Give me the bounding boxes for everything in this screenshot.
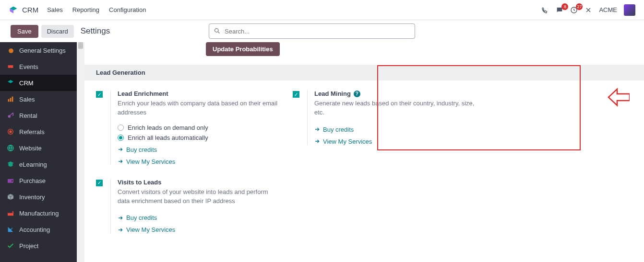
radio-on-demand[interactable]: Enrich leads on demand only: [118, 124, 281, 131]
app-logo-icon: [9, 5, 18, 15]
lead-enrichment-title: Lead Enrichment: [118, 90, 281, 97]
sidebar-item-label: Rental: [19, 112, 37, 119]
link-text: View My Services: [126, 226, 175, 233]
sidebar-item-accounting[interactable]: Accounting: [0, 221, 77, 238]
lead-mining-title: Lead Mining: [314, 90, 351, 97]
svg-point-1: [215, 29, 219, 33]
visits-desc: Convert visitors of your website into le…: [118, 188, 281, 206]
sidebar-item-label: Inventory: [19, 194, 45, 201]
link-view-services[interactable]: View My Services: [314, 138, 478, 145]
sidebar-item-rental[interactable]: Rental: [0, 107, 77, 124]
sidebar-item-manufacturing[interactable]: Manufacturing: [0, 205, 77, 221]
graduation-icon: [7, 160, 14, 168]
gear-icon: [7, 46, 14, 54]
lead-mining-desc: Generate new leads based on their countr…: [314, 99, 478, 117]
radio-icon: [118, 135, 124, 141]
avatar[interactable]: [624, 4, 635, 16]
sidebar-item-referrals[interactable]: Referrals: [0, 124, 77, 140]
annotation-arrow-left-icon: [608, 88, 630, 107]
sidebar-item-elearning[interactable]: eLearning: [0, 156, 77, 172]
link-buy-credits[interactable]: Buy credits: [314, 126, 478, 133]
radio-label: Enrich leads on demand only: [128, 124, 208, 131]
visits-title: Visits to Leads: [118, 179, 281, 186]
sidebar-scrollbar[interactable]: [77, 42, 84, 262]
search-wrap: [209, 23, 415, 39]
search-icon: [214, 27, 221, 34]
link-view-services[interactable]: View My Services: [118, 158, 281, 165]
company-name[interactable]: ACME: [599, 6, 617, 13]
sidebar-item-label: Website: [19, 145, 42, 152]
save-button[interactable]: Save: [11, 25, 38, 38]
sidebar-item-general-settings[interactable]: General Settings: [0, 42, 77, 58]
settings-row-1: ✓ Lead Enrichment Enrich your leads with…: [84, 80, 644, 179]
sub-header: Save Discard Settings: [0, 20, 644, 42]
lead-enrichment-desc: Enrich your leads with company data base…: [118, 99, 281, 117]
checkbox-lead-mining[interactable]: ✓: [293, 91, 299, 98]
link-text: View My Services: [323, 138, 372, 145]
settings-row-2: ✓ Visits to Leads Convert visitors of yo…: [84, 179, 644, 247]
radio-icon: [118, 125, 124, 131]
wallet-icon: [7, 177, 14, 184]
activities-badge: 27: [576, 3, 583, 10]
app-name[interactable]: CRM: [22, 6, 38, 14]
svg-point-5: [8, 115, 11, 117]
link-view-services[interactable]: View My Services: [118, 226, 281, 233]
check-icon: [7, 242, 14, 250]
messages-badge: 8: [561, 3, 568, 10]
messages-icon[interactable]: 8: [556, 6, 563, 14]
arrow-right-icon: [118, 159, 123, 164]
sidebar-item-label: Referrals: [19, 128, 45, 136]
sidebar-item-label: Purchase: [19, 177, 46, 184]
link-text: Buy credits: [126, 146, 157, 153]
sidebar-item-sales[interactable]: Sales: [0, 91, 77, 107]
setting-lead-enrichment: ✓ Lead Enrichment Enrich your leads with…: [84, 90, 281, 179]
checkbox-visits-to-leads[interactable]: ✓: [96, 180, 103, 186]
svg-rect-4: [12, 97, 13, 102]
setting-visits-to-leads: ✓ Visits to Leads Convert visitors of yo…: [84, 179, 281, 247]
radio-auto[interactable]: Enrich all leads automatically: [118, 134, 281, 141]
sidebar-item-label: Events: [19, 63, 38, 70]
link-buy-credits[interactable]: Buy credits: [118, 146, 281, 153]
section-header-lead-generation: Lead Generation: [84, 65, 644, 80]
menu-configuration[interactable]: Configuration: [109, 6, 146, 13]
link-buy-credits[interactable]: Buy credits: [118, 214, 281, 221]
sidebar-item-label: Project: [19, 242, 38, 250]
checkbox-lead-enrichment[interactable]: ✓: [96, 91, 103, 98]
svg-rect-10: [12, 180, 13, 182]
arrow-right-icon: [118, 215, 123, 221]
box-icon: [7, 193, 14, 201]
settings-sidebar: General SettingsEventsCRMSalesRentalRefe…: [0, 42, 77, 262]
crm-icon: [7, 79, 14, 87]
body: General SettingsEventsCRMSalesRentalRefe…: [0, 42, 644, 262]
search-input[interactable]: [209, 23, 415, 39]
link-text: Buy credits: [126, 214, 157, 221]
menu-sales[interactable]: Sales: [47, 6, 63, 13]
menu-reporting[interactable]: Reporting: [72, 6, 99, 13]
sidebar-item-project[interactable]: Project: [0, 238, 77, 254]
sidebar-item-events[interactable]: Events: [0, 58, 77, 75]
tools-icon[interactable]: [584, 6, 592, 14]
sidebar-item-label: General Settings: [19, 47, 66, 54]
key-icon: [7, 112, 14, 119]
svg-rect-3: [10, 98, 12, 102]
sidebar-item-inventory[interactable]: Inventory: [0, 189, 77, 205]
chart-icon: [7, 226, 14, 233]
phone-icon[interactable]: [541, 6, 549, 14]
factory-icon: [7, 209, 14, 217]
help-icon[interactable]: ?: [354, 91, 360, 97]
radio-label: Enrich all leads automatically: [128, 134, 208, 141]
ticket-icon: [7, 63, 14, 70]
update-probabilities-button[interactable]: Update Probabilities: [206, 42, 280, 56]
sidebar-item-label: CRM: [19, 80, 34, 87]
setting-lead-mining: ✓ Lead Mining ? Generate new leads based…: [281, 90, 478, 159]
main-content: Update Probabilities Lead Generation ✓ L…: [84, 42, 644, 262]
activities-icon[interactable]: 27: [570, 6, 578, 14]
sidebar-item-website[interactable]: Website: [0, 140, 77, 156]
link-text: Buy credits: [323, 126, 354, 133]
bars-icon: [7, 95, 14, 103]
discard-button[interactable]: Discard: [41, 25, 74, 38]
sidebar-item-label: Sales: [19, 96, 35, 103]
sidebar-item-purchase[interactable]: Purchase: [0, 172, 77, 189]
sidebar-item-crm[interactable]: CRM: [0, 75, 77, 91]
top-menu: Sales Reporting Configuration: [47, 6, 146, 13]
